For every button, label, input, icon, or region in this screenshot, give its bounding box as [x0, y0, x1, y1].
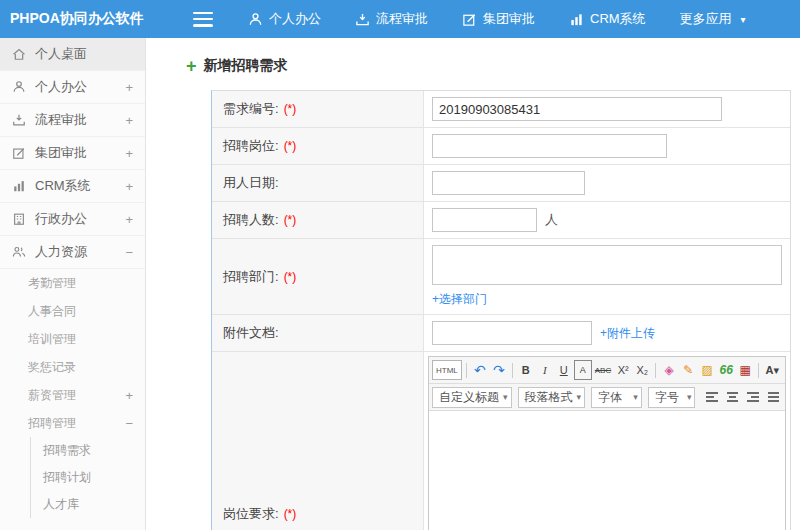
hire-date-input[interactable] [432, 171, 585, 195]
fill-color-button[interactable]: ▨ [698, 360, 716, 380]
sidebar-subitem-hr-contract[interactable]: 人事合同 [0, 297, 145, 325]
sidebar-item-personal-desktop[interactable]: 个人桌面 [0, 38, 145, 71]
app-logo: PHPOA协同办公软件 [0, 10, 147, 28]
font-color-button[interactable]: A▾ [763, 360, 781, 380]
sidebar-subitem-recruit-plan[interactable]: 招聘计划 [31, 464, 145, 491]
sidebar-subitem-training[interactable]: 培训管理 [0, 325, 145, 353]
label-text: 招聘岗位: [223, 137, 279, 155]
format-brush-button[interactable]: ✎ [679, 360, 697, 380]
chevron-down-icon: ▾ [503, 392, 508, 402]
html-source-button[interactable]: HTML [432, 360, 462, 380]
sidebar-item-label: 行政办公 [35, 210, 87, 228]
group-approval-icon [462, 12, 477, 27]
recruit-department-textarea[interactable] [432, 245, 782, 285]
align-right-button[interactable] [744, 387, 761, 407]
bold-button[interactable]: B [517, 360, 535, 380]
undo-button[interactable]: ↶ [471, 360, 489, 380]
sidebar-item-admin-office[interactable]: 行政办公 + [0, 203, 145, 236]
field-label: 附件文档: [212, 315, 424, 351]
recruit-count-input[interactable] [432, 208, 537, 232]
sidebar-subitem-rewards[interactable]: 奖惩记录 [0, 353, 145, 381]
sidebar-item-crm-system[interactable]: CRM系统 + [0, 170, 145, 203]
form-row-position-requirements: 岗位要求: (*) HTML ↶ ↷ B I [212, 352, 790, 530]
dropdown-label: 段落格式 [525, 389, 573, 406]
chevron-down-icon: ▾ [633, 392, 638, 402]
eraser-button[interactable]: ◈ [660, 360, 678, 380]
label-text: 招聘人数: [223, 211, 279, 229]
sidebar-item-label: 集团审批 [35, 144, 87, 162]
font-family-dropdown[interactable]: 字体 ▾ [591, 387, 642, 408]
italic-button[interactable]: I [536, 360, 554, 380]
demand-number-input[interactable] [432, 97, 722, 121]
align-center-button[interactable] [724, 387, 741, 407]
attachment-input[interactable] [432, 321, 592, 345]
app-window: PHPOA协同办公软件 个人办公 流程审批 集团审批 CRM系统 更多应用 ▾ [0, 0, 800, 530]
label-text: 需求编号: [223, 100, 279, 118]
sidebar-item-label: 培训管理 [28, 331, 76, 348]
nav-more-apps[interactable]: 更多应用 ▾ [663, 0, 763, 38]
chevron-down-icon: ▾ [577, 392, 582, 402]
sidebar-subitem-attendance[interactable]: 考勤管理 [0, 269, 145, 297]
label-text: 用人日期: [223, 174, 279, 192]
align-left-button[interactable] [703, 387, 720, 407]
expand-plus-icon: + [125, 212, 133, 227]
sidebar-item-label: 个人桌面 [35, 45, 87, 63]
align-justify-button[interactable] [765, 387, 782, 407]
chevron-down-icon: ▾ [687, 392, 692, 402]
insert-table-button[interactable]: ▦ [736, 360, 754, 380]
form-row-hire-date: 用人日期: [212, 165, 790, 202]
top-header: PHPOA协同办公软件 个人办公 流程审批 集团审批 CRM系统 更多应用 ▾ [0, 0, 800, 38]
hamburger-menu-icon[interactable] [193, 12, 213, 27]
sidebar-item-label: 人力资源 [35, 243, 87, 261]
sidebar-subitem-salary[interactable]: 薪资管理 + [0, 381, 145, 409]
font-size-dropdown[interactable]: 字号 ▾ [648, 387, 696, 408]
label-text: 附件文档: [223, 324, 279, 342]
nav-workflow-approval[interactable]: 流程审批 [338, 0, 445, 38]
sidebar-item-human-resources[interactable]: 人力资源 − [0, 236, 145, 269]
blockquote-button[interactable]: 66 [717, 360, 735, 380]
custom-heading-dropdown[interactable]: 自定义标题 ▾ [432, 387, 512, 408]
select-department-link[interactable]: +选择部门 [432, 291, 487, 308]
nav-group-approval[interactable]: 集团审批 [445, 0, 552, 38]
field-label: 招聘部门: (*) [212, 239, 424, 314]
strikethrough-button[interactable]: ABC [593, 360, 613, 380]
rich-text-editor: HTML ↶ ↷ B I U A ABC X² [428, 356, 786, 530]
subscript-button[interactable]: X₂ [633, 360, 651, 380]
nav-personal-office[interactable]: 个人办公 [231, 0, 338, 38]
sidebar-subitem-recruitment[interactable]: 招聘管理 − [0, 409, 145, 437]
field-value: +附件上传 [424, 315, 790, 351]
form-row-recruit-count: 招聘人数: (*) 人 [212, 202, 790, 239]
sidebar-subitem-recruit-demand[interactable]: 招聘需求 [31, 437, 145, 464]
paragraph-format-dropdown[interactable]: 段落格式 ▾ [518, 387, 586, 408]
sidebar-item-label: 流程审批 [35, 111, 87, 129]
sidebar-item-personal-office[interactable]: 个人办公 + [0, 71, 145, 104]
expand-minus-icon: − [125, 416, 133, 431]
sidebar-item-group-approval[interactable]: 集团审批 + [0, 137, 145, 170]
page-title-row: + 新增招聘需求 [146, 38, 800, 90]
required-mark: (*) [284, 507, 297, 521]
chevron-down-icon: ▾ [741, 14, 746, 25]
sidebar-item-workflow-approval[interactable]: 流程审批 + [0, 104, 145, 137]
recruit-position-input[interactable] [432, 134, 667, 158]
recruit-demand-form: 需求编号: (*) 招聘岗位: (*) [211, 90, 791, 530]
field-label: 岗位要求: (*) [212, 352, 424, 530]
nav-crm-system[interactable]: CRM系统 [552, 0, 663, 38]
font-box-button[interactable]: A [574, 360, 592, 380]
sidebar-subitem-talent-pool[interactable]: 人才库 [31, 491, 145, 518]
field-label: 用人日期: [212, 165, 424, 201]
toolbar-separator [655, 363, 656, 378]
top-nav: 个人办公 流程审批 集团审批 CRM系统 更多应用 ▾ [231, 0, 763, 38]
superscript-button[interactable]: X² [614, 360, 632, 380]
field-value [424, 91, 790, 127]
attachment-upload-link[interactable]: +附件上传 [600, 325, 655, 342]
expand-plus-icon: + [125, 146, 133, 161]
sidebar-item-label: 招聘计划 [43, 469, 91, 486]
toolbar-separator [466, 363, 467, 378]
required-mark: (*) [284, 270, 297, 284]
editor-content[interactable] [429, 411, 785, 530]
field-label: 招聘岗位: (*) [212, 128, 424, 164]
redo-button[interactable]: ↷ [490, 360, 508, 380]
form-row-recruit-department: 招聘部门: (*) +选择部门 [212, 239, 790, 315]
underline-button[interactable]: U [555, 360, 573, 380]
field-value: +选择部门 [424, 239, 790, 314]
